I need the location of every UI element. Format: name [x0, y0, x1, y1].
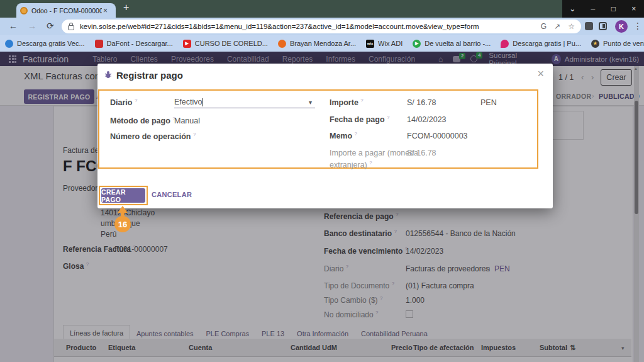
minimize-icon[interactable]: –	[583, 0, 604, 18]
new-tab-button[interactable]: +	[123, 2, 129, 13]
cancel-button[interactable]: CANCELAR	[152, 191, 192, 198]
bookmark-item[interactable]: Brayan Mendoza Ar...	[278, 40, 356, 48]
amount-foreign-field: S/ 16.78	[407, 149, 436, 157]
bookmark-item[interactable]: DaFont - Descargar...	[95, 40, 173, 48]
memo-field[interactable]: FCOM-00000003	[407, 132, 468, 140]
maximize-icon[interactable]: □	[603, 0, 624, 18]
translate-icon[interactable]: G	[541, 22, 547, 31]
browser-menu-icon[interactable]: ⋮	[633, 21, 642, 31]
bookmark-item[interactable]: ★Punto de venta Ven...	[591, 40, 644, 48]
bookmark-item[interactable]: Descarga gratis Vec...	[5, 40, 85, 48]
youtube-icon: ▶	[183, 40, 191, 48]
field-label: Fecha de pago ?	[330, 115, 389, 124]
forward-icon[interactable]: →	[28, 21, 36, 31]
payment-bug-icon	[104, 70, 113, 79]
browser-tab[interactable]: Odoo - F FCOM-00000003 (F001 ×	[16, 3, 116, 18]
bookmarks-bar: Descarga gratis Vec... DaFont - Descarga…	[0, 35, 644, 52]
bookmark-favicon-icon	[5, 40, 13, 48]
bookmark-favicon-icon	[95, 40, 103, 48]
annotation-step-badge: 16	[114, 216, 131, 232]
amount-field[interactable]: S/ 16.78	[407, 98, 436, 107]
bookmark-favicon-icon	[501, 40, 509, 48]
tab-close-icon[interactable]: ×	[103, 7, 108, 14]
back-icon[interactable]: ←	[9, 21, 18, 31]
field-label: Número de operación ?	[110, 132, 196, 141]
payment-method-field[interactable]: Manual	[174, 116, 200, 125]
close-window-icon[interactable]: ×	[624, 0, 644, 18]
bookmark-item[interactable]: ▶De vuelta al barrio -...	[413, 40, 491, 48]
create-payment-button[interactable]: CREAR PAGO	[101, 188, 145, 203]
address-bar[interactable]: kevin.solse.pe/web#id=271&cids=1&bids=1&…	[62, 20, 581, 33]
extensions-icon[interactable]	[585, 22, 593, 30]
browser-toolbar: ← → ⟳ kevin.solse.pe/web#id=271&cids=1&b…	[0, 18, 644, 35]
journal-field[interactable]: Efectivo	[174, 98, 203, 106]
annotation-highlight-box	[98, 89, 538, 169]
modal-close-icon[interactable]: ×	[537, 67, 544, 81]
lock-icon[interactable]	[68, 25, 74, 30]
wix-icon: wix	[366, 40, 374, 48]
field-label: Método de pago ?	[110, 116, 175, 125]
field-underline	[174, 108, 315, 108]
window-controls: ⌄ – □ ×	[562, 0, 644, 18]
odoo-favicon-icon	[20, 7, 28, 14]
field-label: Diario ?	[110, 98, 137, 107]
share-icon[interactable]: ↗	[554, 22, 560, 31]
bookmark-item[interactable]: wixWix ADI	[366, 40, 402, 48]
field-label: Memo ?	[330, 131, 357, 140]
side-panel-icon[interactable]	[599, 22, 607, 30]
profile-avatar[interactable]: K	[615, 20, 628, 33]
tab-search-icon[interactable]: ⌄	[562, 0, 583, 18]
play-icon: ▶	[413, 40, 421, 48]
bookmark-item[interactable]: Descarga gratis | Pu...	[501, 40, 581, 48]
bookmark-favicon-icon	[278, 40, 286, 48]
url-text[interactable]: kevin.solse.pe/web#id=271&cids=1&bids=1&…	[80, 23, 533, 30]
field-label: Importe ?	[330, 98, 364, 107]
tab-title: Odoo - F FCOM-00000003 (F001	[31, 7, 102, 14]
modal-title: Registrar pago	[116, 70, 183, 81]
screen: Odoo - F FCOM-00000003 (F001 × + ⌄ – □ ×…	[0, 0, 644, 362]
currency-field[interactable]: PEN	[480, 98, 497, 107]
reload-icon[interactable]: ⟳	[47, 21, 54, 31]
browser-tab-strip: Odoo - F FCOM-00000003 (F001 × + ⌄ – □ ×	[0, 0, 644, 18]
payment-date-field[interactable]: 14/02/2023	[407, 115, 447, 124]
text-cursor	[203, 98, 203, 106]
bookmark-item[interactable]: ▶CURSO DE CORELD...	[183, 40, 268, 48]
dropdown-caret-icon[interactable]: ▾	[309, 99, 312, 106]
star-badge-icon: ★	[591, 40, 599, 48]
bookmark-star-icon[interactable]: ☆	[568, 22, 575, 31]
register-payment-modal: Registrar pago × Diario ? Efectivo ▾ Mét…	[97, 64, 553, 208]
